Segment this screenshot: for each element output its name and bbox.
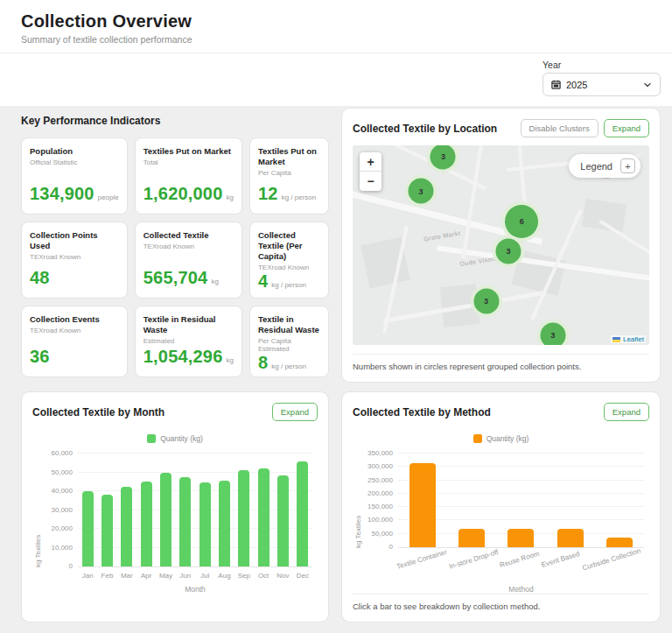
kpi-card-title: Textile in Residual Waste bbox=[144, 314, 234, 335]
kpi-card-subtitle: Per Capita bbox=[258, 169, 320, 177]
bar-curbside-collection[interactable] bbox=[606, 538, 633, 547]
kpi-card-subtitle: TEXroad Known bbox=[144, 243, 234, 250]
kpi-card: Textiles Put on MarketTotal1,620,000kg bbox=[135, 137, 242, 215]
bar-apr[interactable] bbox=[141, 482, 152, 566]
y-axis-tick-label: 60,000 bbox=[52, 449, 73, 457]
cluster-marker[interactable]: 6 bbox=[505, 205, 538, 238]
kpi-value: 48 bbox=[30, 268, 50, 288]
legend-expand-button[interactable]: + bbox=[620, 158, 635, 173]
map-card: Collected Textile by Location Disable Cl… bbox=[341, 108, 661, 383]
cluster-count: 3 bbox=[441, 152, 445, 161]
kpi-value: 1,620,000 bbox=[144, 184, 223, 204]
bar-in-store-drop-off[interactable] bbox=[458, 529, 485, 547]
legend-label: Legend bbox=[580, 161, 612, 172]
map-card-title: Collected Textile by Location bbox=[353, 123, 497, 135]
bar-feb[interactable] bbox=[102, 495, 113, 566]
bar-jan[interactable] bbox=[82, 491, 94, 566]
monthly-plot-area: 010,00020,00030,00040,00050,00060,000 bbox=[78, 454, 312, 567]
map-note: Numbers shown in circles represent group… bbox=[353, 354, 649, 371]
page-subtitle: Summary of textile collection performanc… bbox=[21, 34, 651, 45]
zoom-out-button[interactable]: − bbox=[360, 172, 382, 191]
year-select[interactable]: 2025 bbox=[542, 73, 661, 96]
method-x-axis-title: Method bbox=[398, 585, 644, 594]
method-chart-title: Collected Textile by Method bbox=[353, 406, 491, 418]
map-expand-button[interactable]: Expand bbox=[604, 119, 649, 137]
cluster-marker[interactable]: 3 bbox=[540, 322, 565, 345]
bar-nov[interactable] bbox=[277, 475, 289, 566]
map-attribution: Leaflet bbox=[611, 335, 646, 343]
kpi-card-title: Collection Points Used bbox=[30, 230, 119, 251]
x-axis-tick-label: Event Based bbox=[540, 550, 586, 586]
kpi-card: Textile in Residual WasteEstimated1,054,… bbox=[135, 306, 242, 377]
x-axis-tick-label: Jun bbox=[176, 572, 195, 580]
method-chart-card: Collected Textile by Method Expand Quant… bbox=[341, 391, 661, 622]
x-axis-tick-label: Oct bbox=[254, 572, 273, 580]
bar-textile-container[interactable] bbox=[410, 463, 436, 547]
x-axis-tick-label: Apr bbox=[136, 572, 156, 580]
disable-clusters-button[interactable]: Disable Clusters bbox=[521, 119, 598, 137]
kpi-card: PopulationOfficial Statistic134,900peopl… bbox=[21, 137, 128, 215]
kpi-card-subtitle: Official Statistic bbox=[30, 158, 119, 166]
kpi-card-subtitle: TEXroad Known bbox=[258, 264, 320, 271]
x-axis-tick-label: Dec bbox=[293, 572, 312, 580]
y-axis-tick-label: 100,000 bbox=[368, 516, 393, 524]
method-expand-button[interactable]: Expand bbox=[604, 403, 649, 421]
method-plot-area: 050,000100,000150,000200,000250,000300,0… bbox=[398, 454, 644, 548]
cluster-count: 3 bbox=[418, 186, 423, 195]
kpi-value: 4 bbox=[258, 271, 268, 292]
method-note: Click a bar to see breakdown by collecti… bbox=[353, 594, 649, 611]
y-axis-tick-label: 0 bbox=[389, 543, 393, 551]
bar-aug[interactable] bbox=[219, 481, 230, 566]
map-block bbox=[582, 199, 626, 232]
map-zoom-control: + − bbox=[360, 152, 382, 191]
y-axis-tick-label: 200,000 bbox=[368, 489, 393, 497]
bar-event-based[interactable] bbox=[557, 529, 584, 547]
monthly-legend-label: Quantity (kg) bbox=[160, 434, 203, 443]
kpi-card-subtitle: Estimated bbox=[144, 337, 234, 345]
x-axis-tick-label: Nov bbox=[273, 572, 292, 580]
bar-sep[interactable] bbox=[238, 470, 249, 566]
kpi-unit: people bbox=[98, 193, 119, 201]
kpi-value-row: 36 bbox=[30, 347, 119, 367]
bar-jun[interactable] bbox=[179, 477, 191, 566]
bar-mar[interactable] bbox=[121, 487, 132, 566]
bar-jul[interactable] bbox=[200, 482, 211, 566]
bar-reuse-room[interactable] bbox=[508, 529, 534, 547]
leaflet-link[interactable]: Leaflet bbox=[623, 335, 644, 343]
legend-swatch-green bbox=[147, 434, 156, 443]
cluster-marker[interactable]: 3 bbox=[495, 238, 521, 264]
kpi-card: Collection EventsTEXroad Known36 bbox=[21, 306, 128, 377]
map-canvas[interactable]: + − Legend + Leaflet Grote MarktOude Vis… bbox=[353, 145, 649, 345]
year-value: 2025 bbox=[566, 80, 587, 90]
x-axis-tick-label: Mar bbox=[117, 572, 136, 580]
y-axis-tick-label: 300,000 bbox=[368, 462, 393, 470]
kpi-card-subtitle: TEXroad Known bbox=[30, 327, 119, 334]
kpi-unit: kg bbox=[211, 278, 218, 285]
bar-oct[interactable] bbox=[258, 468, 270, 566]
cluster-marker[interactable]: 3 bbox=[430, 145, 456, 169]
bar-may[interactable] bbox=[160, 473, 172, 567]
kpi-value: 12 bbox=[258, 184, 278, 204]
monthly-chart: Quantity (kg) kg Textiles 010,00020,0003… bbox=[32, 433, 318, 594]
y-axis-tick-label: 10,000 bbox=[52, 544, 73, 552]
bar-dec[interactable] bbox=[297, 461, 308, 566]
kpi-card-title: Collected Textile (Per Capita) bbox=[258, 230, 320, 262]
kpi-card-subtitle: Per Capita Estimated bbox=[258, 337, 320, 353]
kpi-card-title: Collection Events bbox=[30, 314, 119, 325]
kpi-value: 134,900 bbox=[30, 184, 94, 204]
year-label: Year bbox=[542, 60, 661, 70]
kpi-grid: PopulationOfficial Statistic134,900peopl… bbox=[21, 137, 329, 377]
kpi-heading: Key Performance Indicators bbox=[21, 115, 329, 127]
calendar-icon bbox=[551, 80, 561, 89]
filter-bar: Year 2025 bbox=[0, 53, 672, 106]
zoom-in-button[interactable]: + bbox=[360, 152, 382, 172]
legend-swatch-orange bbox=[473, 434, 482, 443]
kpi-card: Collected Textile (Per Capita)TEXroad Kn… bbox=[249, 222, 329, 299]
cluster-marker[interactable]: 3 bbox=[408, 179, 433, 204]
monthly-expand-button[interactable]: Expand bbox=[272, 403, 318, 421]
map-road bbox=[599, 220, 649, 293]
kpi-value-row: 1,054,296kg bbox=[144, 347, 234, 367]
cluster-marker[interactable]: 3 bbox=[473, 288, 499, 313]
kpi-value: 1,054,296 bbox=[144, 347, 223, 367]
kpi-card: Collected TextileTEXroad Known565,704kg bbox=[135, 222, 242, 299]
